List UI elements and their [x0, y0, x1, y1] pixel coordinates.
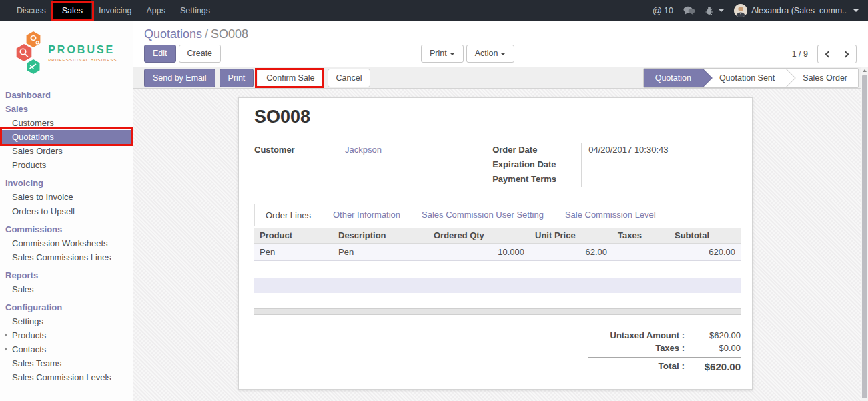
sidebar-item-commission-worksheets[interactable]: Commission Worksheets [0, 236, 133, 250]
field-payment-terms: Payment Terms [492, 172, 741, 187]
menu-apps[interactable]: Apps [139, 0, 173, 21]
tab-order-lines[interactable]: Order Lines [254, 204, 322, 226]
send-by-email-button[interactable]: Send by Email [144, 69, 215, 87]
sidebar-item-quotations[interactable]: Quotations [0, 130, 133, 144]
chevron-left-icon [825, 51, 832, 57]
cell-product: Pen [254, 244, 333, 261]
avatar [734, 4, 747, 17]
expand-arrow-icon [5, 347, 7, 351]
customer-value[interactable]: Jackpson [338, 143, 492, 157]
pager-next-button[interactable] [837, 45, 857, 63]
menu-invoicing[interactable]: Invoicing [91, 0, 139, 21]
stage-quotation-sent[interactable]: Quotation Sent [702, 69, 785, 87]
table-header-row: Product Description Ordered Qty Unit Pri… [254, 228, 741, 244]
sidebar-item-settings[interactable]: Settings [0, 314, 133, 328]
debug-menu[interactable] [705, 6, 724, 15]
untaxed-amount-value: $620.00 [693, 330, 741, 340]
app-logo: PROBUSE PROFESSIONAL BUSINESS [0, 25, 133, 80]
col-subtotal: Subtotal [669, 228, 741, 244]
sidebar-item-sales-commissions-lines[interactable]: Sales Commissions Lines [0, 250, 133, 264]
cell-taxes [612, 244, 669, 261]
field-expiration-date: Expiration Date [492, 157, 741, 172]
menu-settings[interactable]: Settings [173, 0, 218, 21]
payment-terms-label: Payment Terms [492, 172, 581, 187]
chevron-down-icon [500, 53, 506, 55]
sidebar-item-config-products[interactable]: Products [0, 328, 133, 342]
field-customer: Customer Jackpson [254, 143, 492, 157]
vertical-scrollbar[interactable] [861, 67, 868, 401]
sidebar-item-products[interactable]: Products [0, 158, 133, 172]
chevron-down-icon [450, 53, 455, 55]
chat-bubbles-icon [683, 6, 695, 15]
sheet-bottom-divider [254, 380, 741, 380]
action-buttons: Print Action [421, 45, 514, 63]
edit-button[interactable]: Edit [144, 45, 176, 63]
status-stages: Quotation Quotation Sent Sales Order [643, 68, 859, 88]
section-dashboard: Dashboard [0, 88, 133, 102]
messages-icon[interactable] [683, 6, 695, 15]
cell-description: Pen [333, 244, 428, 261]
chevron-down-icon [719, 9, 724, 12]
untaxed-amount-label: Untaxed Amount : [588, 330, 693, 340]
customer-label: Customer [254, 143, 338, 157]
confirm-sale-button[interactable]: Confirm Sale [258, 69, 323, 87]
horizontal-scrollbar[interactable] [254, 308, 741, 315]
pager-previous-button[interactable] [817, 45, 837, 63]
cell-ordered-qty: 10.000 [428, 244, 530, 261]
print-dropdown-button[interactable]: Print [421, 45, 464, 63]
sidebar-header-configuration: Configuration [0, 300, 133, 314]
col-unit-price: Unit Price [530, 228, 612, 244]
tab-sale-commission-level[interactable]: Sale Commission Level [554, 204, 667, 226]
sidebar-item-reports-sales[interactable]: Sales [0, 282, 133, 296]
mention-count: 10 [664, 6, 673, 15]
breadcrumb-separator: / [205, 27, 208, 41]
section-invoicing: Invoicing Sales to Invoice Orders to Ups… [0, 176, 133, 218]
sidebar-header-dashboard: Dashboard [0, 88, 133, 102]
cancel-button[interactable]: Cancel [328, 69, 371, 87]
chevron-down-icon [853, 9, 859, 12]
print-button[interactable]: Print [220, 69, 254, 87]
action-dropdown-button[interactable]: Action [466, 45, 515, 63]
tab-sales-commission-user-setting[interactable]: Sales Commission User Setting [411, 204, 554, 226]
sidebar-item-orders-to-upsell[interactable]: Orders to Upsell [0, 204, 133, 218]
cell-unit-price: 62.00 [530, 244, 612, 261]
menu-sales[interactable]: Sales [53, 0, 91, 21]
sidebar-item-sales-to-invoice[interactable]: Sales to Invoice [0, 190, 133, 204]
probuse-logo-text: PROBUSE PROFESSIONAL BUSINESS [48, 44, 117, 62]
bug-icon [705, 6, 713, 15]
tab-other-information[interactable]: Other Information [322, 204, 411, 226]
breadcrumb-quotations[interactable]: Quotations [144, 27, 202, 41]
workflow-buttons: Send by Email Print Confirm Sale Cancel [144, 69, 370, 87]
totals-divider [588, 357, 741, 358]
sidebar-item-sales-orders[interactable]: Sales Orders [0, 144, 133, 158]
stage-quotation[interactable]: Quotation [644, 69, 702, 87]
breadcrumb: Quotations/SO008 [144, 27, 248, 41]
stage-sales-order[interactable]: Sales Order [785, 69, 858, 87]
section-sales: Sales Customers Quotations Sales Orders … [0, 102, 133, 172]
sidebar-header-sales: Sales [0, 102, 133, 116]
create-button[interactable]: Create [179, 45, 222, 63]
untaxed-amount-row: Untaxed Amount : $620.00 [588, 329, 741, 342]
scrollbar-thumb[interactable] [862, 75, 867, 398]
totals-block: Untaxed Amount : $620.00 Taxes : $0.00 T… [588, 329, 741, 374]
field-customer-filler [254, 157, 492, 172]
order-date-value: 04/20/2017 10:30:43 [581, 143, 741, 157]
total-value: $620.00 [693, 361, 741, 372]
sidebar-item-customers[interactable]: Customers [0, 116, 133, 130]
scroll-up-button[interactable] [861, 67, 868, 75]
chevron-right-icon [843, 51, 849, 57]
user-menu[interactable]: Alexandra (Sales_comm.. [734, 4, 859, 17]
record-title: SO008 [254, 107, 741, 127]
mention-counter[interactable]: @ 10 [653, 5, 673, 16]
sidebar: PROBUSE PROFESSIONAL BUSINESS Dashboard … [0, 21, 133, 401]
menu-discuss[interactable]: Discuss [9, 0, 53, 21]
at-icon: @ [653, 5, 662, 16]
total-row: Total : $620.00 [588, 360, 741, 374]
col-description: Description [333, 228, 428, 244]
sidebar-item-sales-teams[interactable]: Sales Teams [0, 356, 133, 370]
sidebar-item-sales-commission-levels[interactable]: Sales Commission Levels [0, 370, 133, 384]
table-row[interactable]: Pen Pen 10.000 62.00 620.00 [254, 244, 741, 261]
action-label: Action [475, 49, 498, 58]
payment-terms-value [581, 172, 741, 187]
sidebar-item-contacts[interactable]: Contacts [0, 342, 133, 356]
